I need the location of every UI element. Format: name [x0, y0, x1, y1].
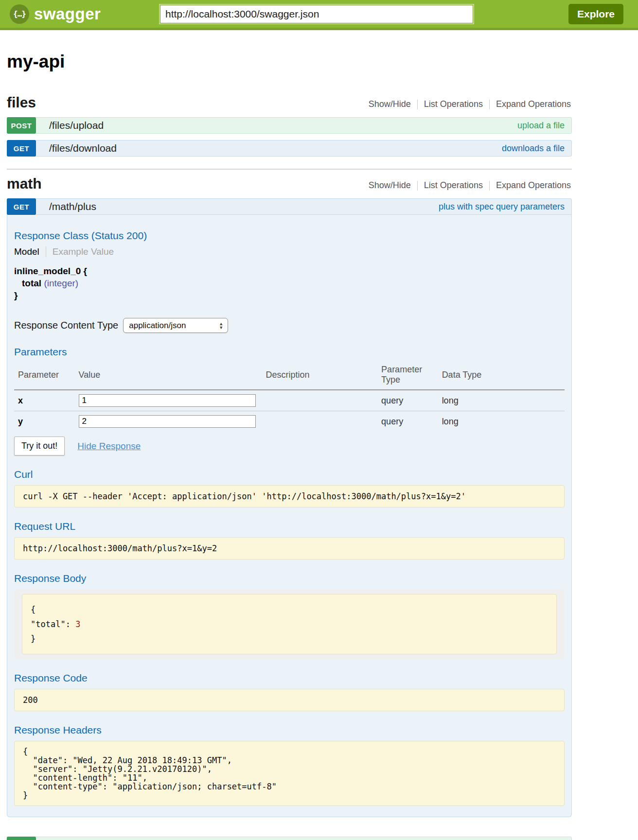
response-body-line: "total": 3 [31, 617, 548, 631]
operation-row-post-files-upload[interactable]: POST /files/upload upload a file [7, 117, 572, 134]
operation-path[interactable]: /math/plus [49, 201, 96, 212]
method-badge-post: POST [7, 117, 36, 134]
list-operations-link[interactable]: List Operations [418, 180, 489, 191]
model-signature: inline_model_0 { total (integer) } [14, 265, 565, 301]
resource-header-math: math Show/Hide List Operations Expand Op… [7, 175, 572, 192]
parameter-name: x [14, 390, 75, 411]
swagger-logo[interactable]: {…} swagger [10, 4, 160, 24]
column-header-description: Description [262, 363, 377, 390]
response-body-close-brace: } [31, 631, 548, 646]
section-divider [7, 169, 572, 170]
column-header-parameter-type: Parameter Type [377, 363, 438, 390]
resource-header-files: files Show/Hide List Operations Expand O… [7, 94, 572, 111]
response-body-wrap: { "total": 3 } [14, 589, 565, 659]
swagger-braces-icon: {…} [10, 4, 29, 24]
parameter-type: query [377, 390, 438, 411]
column-header-data-type: Data Type [438, 363, 565, 390]
parameter-data-type: long [438, 390, 565, 411]
parameters-table: Parameter Value Description Parameter Ty… [14, 363, 565, 432]
parameter-name: y [14, 411, 75, 432]
api-url-input[interactable] [160, 5, 473, 23]
curl-heading: Curl [14, 469, 565, 480]
operation-detail-panel: Response Class (Status 200) Model Exampl… [7, 215, 572, 817]
response-body-box: { "total": 3 } [22, 594, 557, 654]
tab-example-value[interactable]: Example Value [46, 246, 114, 257]
column-header-value: Value [75, 363, 262, 390]
response-content-type-label: Response Content Type [14, 320, 118, 331]
response-body-heading: Response Body [14, 573, 565, 584]
request-url-box: http://localhost:3000/math/plus?x=1&y=2 [14, 537, 565, 560]
model-declaration: inline_model_0 { [14, 265, 565, 277]
operation-summary[interactable]: upload a file [517, 121, 565, 131]
show-hide-link[interactable]: Show/Hide [362, 99, 417, 109]
operation-path[interactable]: /files/download [49, 142, 117, 154]
operation-row-get-files-download[interactable]: GET /files/download downloads a file [7, 140, 572, 157]
method-badge-get: GET [7, 140, 36, 157]
resource-title-files[interactable]: files [7, 94, 36, 111]
parameter-row-x: x query long [14, 390, 565, 411]
resource-title-math[interactable]: math [7, 175, 42, 192]
response-code-box: 200 [14, 689, 565, 711]
try-it-out-button[interactable]: Try it out! [14, 437, 65, 455]
select-arrows-icon: ▲▼ [219, 322, 223, 330]
header-bar: {…} swagger Explore [0, 0, 638, 30]
selected-content-type: application/json [129, 321, 186, 331]
expand-operations-link[interactable]: Expand Operations [490, 99, 572, 109]
parameter-x-input[interactable] [79, 394, 256, 407]
swagger-logo-text: swagger [34, 5, 101, 23]
request-url-heading: Request URL [14, 521, 565, 532]
operation-summary[interactable]: plus with spec query parameters [439, 202, 565, 212]
method-badge-post: POST [7, 837, 36, 840]
response-headers-heading: Response Headers [14, 724, 565, 736]
operation-path[interactable]: /files/upload [49, 120, 104, 131]
response-code-heading: Response Code [14, 672, 565, 684]
response-class-heading: Response Class (Status 200) [14, 230, 565, 242]
response-headers-json: { "date": "Wed, 22 Aug 2018 18:49:13 GMT… [23, 747, 556, 800]
parameter-description [262, 411, 377, 432]
column-header-parameter: Parameter [14, 363, 75, 390]
explore-button[interactable]: Explore [568, 4, 623, 24]
resource-controls: Show/Hide List Operations Expand Operati… [362, 180, 572, 192]
response-body-value: 3 [75, 619, 80, 629]
response-content-type-row: Response Content Type application/json ▲… [14, 318, 565, 333]
curl-command-box: curl -X GET --header 'Accept: applicatio… [14, 485, 565, 508]
list-operations-link[interactable]: List Operations [418, 99, 489, 109]
model-property-type: (integer) [44, 278, 78, 288]
page-title: my-api [7, 52, 572, 72]
parameter-data-type: long [438, 411, 565, 432]
model-property-name: total [22, 278, 41, 288]
response-content-type-select[interactable]: application/json ▲▼ [123, 318, 228, 333]
operation-row-get-math-plus[interactable]: GET /math/plus plus with spec query para… [7, 198, 572, 215]
expand-operations-link[interactable]: Expand Operations [490, 180, 572, 191]
parameter-type: query [377, 411, 438, 432]
show-hide-link[interactable]: Show/Hide [362, 180, 417, 191]
parameter-y-input[interactable] [79, 415, 256, 428]
response-body-open-brace: { [31, 602, 548, 617]
response-headers-box: { "date": "Wed, 22 Aug 2018 18:49:13 GMT… [14, 741, 565, 806]
model-closing-brace: } [14, 289, 565, 301]
operation-row-post-math-plus[interactable]: POST /math/plus plus with spec body para… [7, 837, 572, 840]
tab-model[interactable]: Model [14, 246, 46, 257]
resource-controls: Show/Hide List Operations Expand Operati… [362, 99, 572, 111]
parameters-heading: Parameters [14, 346, 565, 358]
hide-response-link[interactable]: Hide Response [77, 441, 141, 452]
method-badge-get: GET [7, 198, 36, 215]
parameter-description [262, 390, 377, 411]
response-class-tabs: Model Example Value [14, 246, 565, 257]
try-it-out-row: Try it out! Hide Response [14, 437, 565, 455]
operation-summary[interactable]: downloads a file [502, 143, 565, 154]
parameter-row-y: y query long [14, 411, 565, 432]
model-property: total (integer) [14, 277, 565, 289]
